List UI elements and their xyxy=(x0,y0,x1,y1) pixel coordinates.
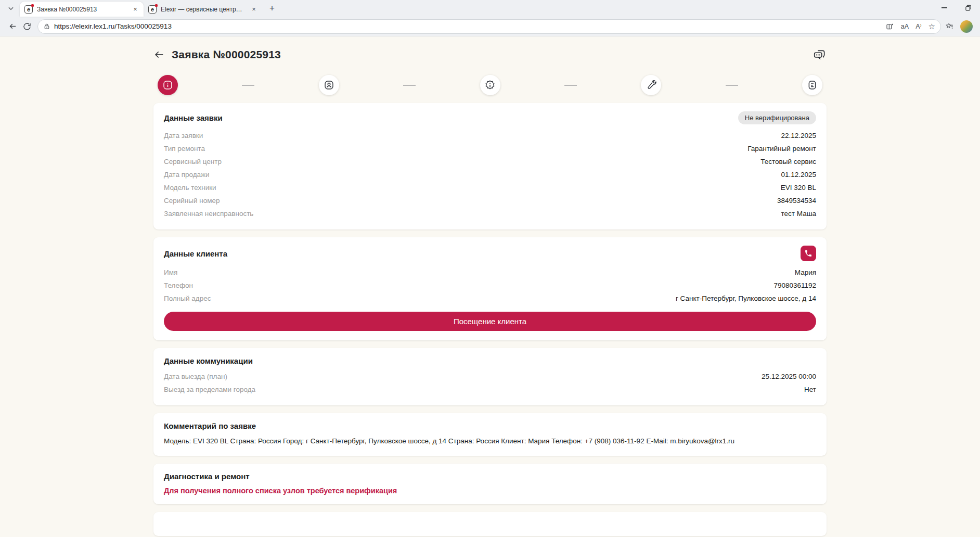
browser-tab-strip: e Заявка №000025913 × e Elexir — сервисн… xyxy=(0,0,980,17)
page-header: Заявка №000025913 xyxy=(153,48,827,61)
elexir-favicon-icon: e xyxy=(24,5,33,14)
chevron-down-icon xyxy=(7,5,15,12)
field-label: Дата продажи xyxy=(164,168,210,181)
field-value: тест Маша xyxy=(781,207,816,220)
chat-button[interactable] xyxy=(813,48,827,61)
tab-close-icon[interactable]: × xyxy=(250,5,258,14)
chat-bubbles-icon xyxy=(813,48,827,61)
address-bar-icons: aА A⁾ ☆ xyxy=(886,22,935,31)
refresh-icon xyxy=(23,22,31,31)
step-connector xyxy=(242,85,254,86)
field-value: 25.12.2025 00:00 xyxy=(762,370,816,383)
field-value: Нет xyxy=(804,383,816,396)
profile-avatar[interactable] xyxy=(960,20,973,33)
field-row: Дата заявки22.12.2025 xyxy=(164,129,816,142)
comment-card: Комментарий по заявке Модель: EVI 320 BL… xyxy=(153,413,827,456)
back-button[interactable] xyxy=(5,19,20,34)
step-connector xyxy=(726,85,738,86)
field-label: Имя xyxy=(164,266,177,279)
field-value: EVI 320 BL xyxy=(781,181,816,194)
field-row: Заявленная неисправностьтест Маша xyxy=(164,207,816,220)
field-label: Заявленная неисправность xyxy=(164,207,253,220)
diagnostics-card: Диагностика и ремонт Для получения полно… xyxy=(153,464,827,504)
field-row: Выезд за пределами городаНет xyxy=(164,383,816,396)
tab-search-button[interactable] xyxy=(4,2,18,15)
tab-title: Заявка №000025913 xyxy=(37,6,128,13)
favorites-hub-icon[interactable] xyxy=(945,22,954,31)
browser-toolbar: https://elexir.lex1.ru/Tasks/000025913 a… xyxy=(0,17,980,36)
read-aloud-icon[interactable]: A⁾ xyxy=(915,22,921,30)
window-controls xyxy=(932,0,980,17)
field-label: Серийный номер xyxy=(164,194,220,207)
minimize-button[interactable] xyxy=(932,0,956,16)
field-value: г Санкт-Петербург, Пулковское шоссе, д 1… xyxy=(676,292,816,305)
card-title: Данные заявки xyxy=(164,113,223,122)
wrench-icon xyxy=(646,80,656,91)
step-client[interactable] xyxy=(319,75,339,95)
field-label: Сервисный центр xyxy=(164,155,222,168)
next-card-partial xyxy=(153,512,827,536)
communication-data-card: Данные коммуникации Дата выезда (план)25… xyxy=(153,348,827,405)
field-label: Тип ремонта xyxy=(164,142,205,155)
field-value: Гарантийный ремонт xyxy=(747,142,816,155)
restore-icon xyxy=(965,5,972,11)
step-report[interactable] xyxy=(802,75,822,95)
phone-icon xyxy=(804,249,813,258)
field-row: Дата продажи01.12.2025 xyxy=(164,168,816,181)
field-label: Дата выезда (план) xyxy=(164,370,227,383)
comment-text: Модель: EVI 320 BL Страна: Россия Город:… xyxy=(164,436,816,446)
minimize-icon xyxy=(942,7,947,8)
field-label: Телефон xyxy=(164,279,193,292)
field-row: ИмяМария xyxy=(164,266,816,279)
info-icon xyxy=(162,80,173,91)
field-row: Модель техникиEVI 320 BL xyxy=(164,181,816,194)
field-row: Дата выезда (план)25.12.2025 00:00 xyxy=(164,370,816,383)
page-body: Заявка №000025913 xyxy=(0,36,980,537)
translate-icon[interactable]: aА xyxy=(901,23,909,30)
field-row: Тип ремонтаГарантийный ремонт xyxy=(164,142,816,155)
field-value: 01.12.2025 xyxy=(781,168,816,181)
step-verification[interactable] xyxy=(480,75,500,95)
field-value: 3849534534 xyxy=(777,194,816,207)
lock-icon xyxy=(43,23,50,30)
verification-status-badge: Не верифицирована xyxy=(738,111,816,124)
field-label: Полный адрес xyxy=(164,292,211,305)
card-title: Диагностика и ремонт xyxy=(164,472,250,481)
elexir-favicon-icon: e xyxy=(148,5,157,14)
browser-tab-inactive[interactable]: e Elexir — сервисные центры LEX × xyxy=(144,2,262,17)
add-favorite-star-icon[interactable]: ☆ xyxy=(929,22,935,31)
field-value: Мария xyxy=(795,266,816,279)
page-back-button[interactable] xyxy=(153,49,165,60)
progress-stepper xyxy=(153,75,827,95)
field-row: Полный адресг Санкт-Петербург, Пулковско… xyxy=(164,292,816,305)
card-title: Комментарий по заявке xyxy=(164,421,256,430)
field-value: 22.12.2025 xyxy=(781,129,816,142)
id-badge-person-icon xyxy=(324,80,334,91)
field-label: Модель техники xyxy=(164,181,216,194)
step-connector xyxy=(564,85,577,86)
field-row: Серийный номер3849534534 xyxy=(164,194,816,207)
step-info[interactable] xyxy=(158,75,178,95)
step-connector xyxy=(403,85,416,86)
receipt-lines-icon xyxy=(807,80,818,91)
address-bar[interactable]: https://elexir.lex1.ru/Tasks/000025913 a… xyxy=(37,19,941,34)
restore-button[interactable] xyxy=(956,0,980,16)
request-data-card: Данные заявки Не верифицирована Дата зая… xyxy=(153,103,827,229)
split-screen-icon[interactable] xyxy=(886,22,894,31)
seal-info-icon xyxy=(484,80,496,91)
back-arrow-icon xyxy=(8,22,17,31)
refresh-button[interactable] xyxy=(20,19,34,34)
new-tab-button[interactable]: + xyxy=(265,2,279,15)
step-repair[interactable] xyxy=(641,75,661,95)
tab-title: Elexir — сервисные центры LEX xyxy=(161,6,247,13)
client-visit-button[interactable]: Посещение клиента xyxy=(164,312,816,331)
field-label: Дата заявки xyxy=(164,129,203,142)
call-client-button[interactable] xyxy=(801,246,816,261)
field-row: Телефон79080361192 xyxy=(164,279,816,292)
tab-close-icon[interactable]: × xyxy=(131,5,139,14)
browser-tab-active[interactable]: e Заявка №000025913 × xyxy=(20,2,144,17)
url-text[interactable]: https://elexir.lex1.ru/Tasks/000025913 xyxy=(54,22,886,30)
card-title: Данные клиента xyxy=(164,249,227,258)
field-value: 79080361192 xyxy=(773,279,816,292)
verification-warning-text: Для получения полного списка узлов требу… xyxy=(164,487,816,495)
